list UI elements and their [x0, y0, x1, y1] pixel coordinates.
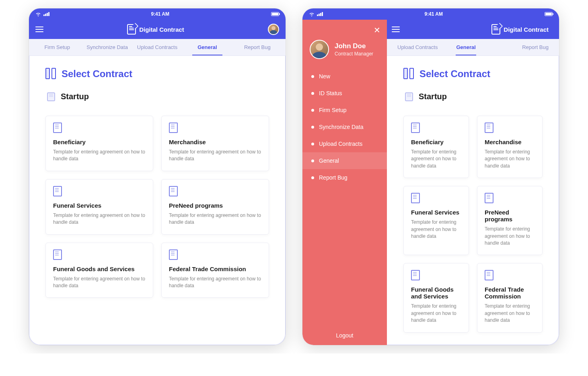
- card-merchandise[interactable]: Merchandise Template for entering agreem…: [161, 116, 269, 171]
- bullet-icon: [311, 143, 314, 145]
- card-federal-trade-commission[interactable]: Federal Trade Commission Template for en…: [161, 243, 269, 298]
- bullet-icon: [311, 92, 314, 95]
- tab-general[interactable]: General: [449, 39, 483, 55]
- battery-icon: [545, 12, 553, 16]
- card-preneed-programs[interactable]: PreNeed programs Template for entering a…: [161, 179, 269, 235]
- card-description: Template for entering agreement on how t…: [411, 303, 461, 324]
- sidebar-drawer: ✕ John Doe Contract Manager New ID Statu…: [302, 20, 387, 345]
- tab-general[interactable]: General: [182, 39, 232, 55]
- battery-icon: [271, 12, 279, 16]
- status-bar: 9:41 AM: [29, 8, 286, 20]
- card-funeral-services[interactable]: Funeral Services Template for entering a…: [403, 186, 469, 255]
- card-title: Funeral Goods and Services: [411, 286, 461, 300]
- section-title: Startup: [61, 92, 89, 101]
- cards-grid: Beneficiary Template for entering agreem…: [403, 116, 543, 333]
- section-title: Startup: [419, 92, 447, 101]
- app-title: Digital Contract: [504, 26, 549, 33]
- section-icon: [405, 92, 413, 101]
- card-description: Template for entering agreement on how t…: [53, 276, 146, 290]
- sidebar-item-label: New: [319, 73, 330, 80]
- card-description: Template for entering agreement on how t…: [169, 149, 261, 163]
- card-title: Funeral Services: [411, 209, 461, 216]
- sidebar-item-label: Upload Contracts: [319, 141, 362, 147]
- sidebar-item-new[interactable]: New: [302, 68, 387, 85]
- card-description: Template for entering agreement on how t…: [485, 226, 535, 247]
- card-title: Beneficiary: [53, 139, 146, 145]
- document-icon: [53, 123, 62, 133]
- wifi-icon: [35, 12, 41, 16]
- card-title: Federal Trade Commission: [169, 266, 261, 272]
- document-icon: [411, 193, 420, 203]
- signal-bars-icon: [43, 12, 49, 16]
- sidebar-item-general[interactable]: General: [302, 152, 387, 169]
- document-icon: [53, 186, 62, 196]
- bullet-icon: [311, 75, 314, 78]
- card-beneficiary[interactable]: Beneficiary Template for entering agreem…: [45, 116, 153, 171]
- app-title: Digital Contract: [139, 26, 184, 33]
- card-description: Template for entering agreement on how t…: [411, 219, 461, 240]
- tab-report-bug[interactable]: Report Bug: [232, 39, 282, 55]
- document-icon: [411, 270, 420, 280]
- card-beneficiary[interactable]: Beneficiary Template for entering agreem…: [403, 116, 469, 178]
- app-header: Digital Contract: [29, 20, 286, 39]
- tab-synchronize-data[interactable]: Synchronize Data: [82, 39, 132, 55]
- tab-bar: Firm Setup Synchronize Data Upload Contr…: [29, 39, 286, 56]
- sidebar-item-label: ID Status: [319, 90, 342, 96]
- document-icon: [485, 193, 493, 203]
- page-title: Select Contract: [419, 68, 490, 80]
- logout-button[interactable]: Logout: [302, 326, 387, 345]
- sidebar-item-report-bug[interactable]: Report Bug: [302, 169, 387, 186]
- user-avatar[interactable]: [268, 24, 279, 35]
- sidebar-item-firm-setup[interactable]: Firm Setup: [302, 102, 387, 119]
- card-description: Template for entering agreement on how t…: [53, 212, 146, 226]
- card-description: Template for entering agreement on how t…: [411, 149, 461, 170]
- card-description: Template for entering agreement on how t…: [485, 303, 535, 324]
- document-icon: [411, 123, 420, 133]
- card-funeral-goods-services[interactable]: Funeral Goods and Services Template for …: [403, 263, 469, 332]
- user-name: John Doe: [335, 42, 373, 50]
- card-preneed-programs[interactable]: PreNeed programs Template for entering a…: [477, 186, 543, 255]
- sidebar-item-label: General: [319, 157, 339, 164]
- bullet-icon: [311, 109, 314, 112]
- signal-bars-icon: [317, 12, 323, 16]
- user-avatar: [310, 40, 329, 59]
- document-icon: [169, 249, 178, 260]
- status-time: 9:41 AM: [151, 11, 169, 17]
- sidebar-menu: New ID Status Firm Setup Synchronize Dat…: [302, 68, 387, 326]
- wifi-icon: [309, 12, 315, 16]
- tab-upload-contracts[interactable]: Upload Contracts: [132, 39, 182, 55]
- document-icon: [485, 123, 493, 133]
- bullet-icon: [311, 176, 314, 179]
- sidebar-item-upload-contracts[interactable]: Upload Contracts: [302, 135, 387, 152]
- sidebar-item-id-status[interactable]: ID Status: [302, 85, 387, 102]
- card-title: Funeral Services: [53, 202, 146, 209]
- card-title: PreNeed programs: [169, 202, 261, 209]
- status-time: 9:41 AM: [424, 11, 443, 17]
- card-funeral-services[interactable]: Funeral Services Template for entering a…: [45, 179, 153, 235]
- card-federal-trade-commission[interactable]: Federal Trade Commission Template for en…: [477, 263, 543, 332]
- tab-firm-setup[interactable]: Firm Setup: [32, 39, 82, 55]
- tab-report-bug[interactable]: Report Bug: [515, 39, 556, 55]
- sidebar-user-profile[interactable]: John Doe Contract Manager: [302, 37, 387, 68]
- main-content: Select Contract Startup Beneficiary Temp…: [29, 56, 286, 345]
- app-logo-icon: [127, 24, 136, 35]
- card-title: Funeral Goods and Services: [53, 266, 146, 272]
- card-merchandise[interactable]: Merchandise Template for entering agreem…: [477, 116, 543, 178]
- close-sidebar-button[interactable]: ✕: [374, 25, 380, 35]
- document-icon: [485, 270, 493, 280]
- document-icon: [169, 186, 178, 196]
- tab-upload-contracts[interactable]: Upload Contracts: [390, 39, 445, 55]
- cards-grid: Beneficiary Template for entering agreem…: [45, 116, 269, 298]
- sidebar-item-synchronize-data[interactable]: Synchronize Data: [302, 119, 387, 135]
- sidebar-item-label: Firm Setup: [319, 107, 346, 113]
- sidebar-item-label: Report Bug: [319, 174, 347, 181]
- menu-button[interactable]: [35, 25, 43, 34]
- card-description: Template for entering agreement on how t…: [53, 149, 146, 163]
- contract-book-icon: [403, 68, 414, 80]
- card-title: Federal Trade Commission: [485, 286, 535, 300]
- status-bar: 9:41 AM: [302, 8, 559, 20]
- card-funeral-goods-services[interactable]: Funeral Goods and Services Template for …: [45, 243, 153, 298]
- document-icon: [53, 249, 62, 260]
- bullet-icon: [311, 159, 314, 162]
- menu-button[interactable]: [392, 25, 400, 34]
